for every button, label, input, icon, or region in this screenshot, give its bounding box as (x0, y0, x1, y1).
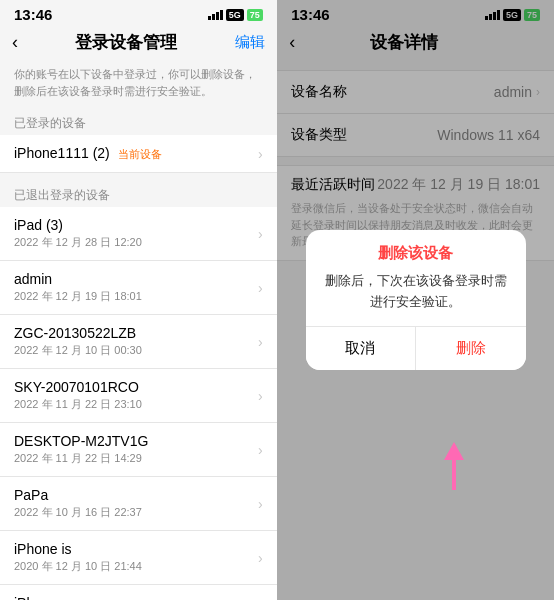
5g-badge-left: 5G (226, 9, 244, 21)
arrow-up-icon (444, 442, 464, 460)
list-item[interactable]: iPhone is 2020 年 12 月 10 日 21:44 › (0, 531, 277, 585)
chevron-icon: › (258, 280, 263, 296)
current-badge: 当前设备 (118, 148, 162, 160)
chevron-icon: › (258, 550, 263, 566)
list-item[interactable]: ZGC-20130522LZB 2022 年 12 月 10 日 00:30 › (0, 315, 277, 369)
arrow-shaft (452, 460, 456, 490)
device-date: 2022 年 12 月 19 日 18:01 (14, 289, 258, 304)
device-date: 2022 年 11 月 22 日 14:29 (14, 451, 258, 466)
device-name: iPhone (14, 595, 258, 600)
device-date: 2022 年 10 月 16 日 22:37 (14, 505, 258, 520)
edit-button[interactable]: 编辑 (235, 33, 265, 52)
logged-in-header: 已登录的设备 (0, 109, 277, 135)
dialog-buttons: 取消 删除 (306, 326, 526, 370)
device-name: iPhone is (14, 541, 258, 557)
device-info: iPad (3) 2022 年 12 月 28 日 12:20 (14, 217, 258, 250)
dialog-title: 删除该设备 (306, 230, 526, 271)
description-text: 你的账号在以下设备中登录过，你可以删除设备，删除后在该设备登录时需进行安全验证。 (0, 62, 277, 109)
arrow-indicator (444, 442, 464, 490)
delete-dialog: 删除该设备 删除后，下次在该设备登录时需进行安全验证。 取消 删除 (306, 230, 526, 371)
device-name: SKY-20070101RCO (14, 379, 258, 395)
back-button-left[interactable]: ‹ (12, 32, 18, 53)
device-info: iPhone 2020 年 7 月 7 日 22:59 (14, 595, 258, 600)
device-date: 2022 年 12 月 28 日 12:20 (14, 235, 258, 250)
dialog-body: 删除后，下次在该设备登录时需进行安全验证。 (306, 271, 526, 327)
status-icons-left: 5G 75 (208, 9, 263, 21)
device-name: admin (14, 271, 258, 287)
list-item[interactable]: DESKTOP-M2JTV1G 2022 年 11 月 22 日 14:29 › (0, 423, 277, 477)
chevron-icon: › (258, 334, 263, 350)
device-name: iPad (3) (14, 217, 258, 233)
list-item[interactable]: iPhone 2020 年 7 月 7 日 22:59 › (0, 585, 277, 600)
delete-button[interactable]: 删除 (416, 327, 526, 370)
device-date: 2022 年 12 月 10 日 00:30 (14, 343, 258, 358)
device-info: iPhone1111 (2) 当前设备 (14, 145, 258, 162)
chevron-icon: › (258, 388, 263, 404)
device-name: ZGC-20130522LZB (14, 325, 258, 341)
cancel-button[interactable]: 取消 (306, 327, 417, 370)
battery-badge-left: 75 (247, 9, 263, 21)
device-info: ZGC-20130522LZB 2022 年 12 月 10 日 00:30 (14, 325, 258, 358)
list-item[interactable]: iPad (3) 2022 年 12 月 28 日 12:20 › (0, 207, 277, 261)
device-info: PaPa 2022 年 10 月 16 日 22:37 (14, 487, 258, 520)
right-panel: 13:46 5G 75 ‹ 设备详情 设备名称 admin › 设备类型 (277, 0, 554, 600)
device-info: SKY-20070101RCO 2022 年 11 月 22 日 23:10 (14, 379, 258, 412)
list-item[interactable]: admin 2022 年 12 月 19 日 18:01 › (0, 261, 277, 315)
signal-bars-left (208, 10, 223, 20)
time-left: 13:46 (14, 6, 52, 23)
logged-out-header: 已退出登录的设备 (0, 181, 277, 207)
chevron-icon: › (258, 442, 263, 458)
chevron-icon: › (258, 496, 263, 512)
left-panel: 13:46 5G 75 ‹ 登录设备管理 编辑 你的账号在以下设备中登录过，你可… (0, 0, 277, 600)
device-info: DESKTOP-M2JTV1G 2022 年 11 月 22 日 14:29 (14, 433, 258, 466)
page-title-left: 登录设备管理 (75, 31, 177, 54)
device-name: PaPa (14, 487, 258, 503)
list-item[interactable]: iPhone1111 (2) 当前设备 › (0, 135, 277, 173)
chevron-icon: › (258, 226, 263, 242)
chevron-icon: › (258, 146, 263, 162)
nav-bar-left: ‹ 登录设备管理 编辑 (0, 27, 277, 62)
dialog-overlay: 删除该设备 删除后，下次在该设备登录时需进行安全验证。 取消 删除 (277, 0, 554, 600)
device-info: admin 2022 年 12 月 19 日 18:01 (14, 271, 258, 304)
device-name: DESKTOP-M2JTV1G (14, 433, 258, 449)
list-item[interactable]: PaPa 2022 年 10 月 16 日 22:37 › (0, 477, 277, 531)
device-name: iPhone1111 (2) 当前设备 (14, 145, 258, 162)
list-item[interactable]: SKY-20070101RCO 2022 年 11 月 22 日 23:10 › (0, 369, 277, 423)
status-bar-left: 13:46 5G 75 (0, 0, 277, 27)
device-date: 2022 年 11 月 22 日 23:10 (14, 397, 258, 412)
device-list: 已登录的设备 iPhone1111 (2) 当前设备 › 已退出登录的设备 iP… (0, 109, 277, 600)
device-date: 2020 年 12 月 10 日 21:44 (14, 559, 258, 574)
device-info: iPhone is 2020 年 12 月 10 日 21:44 (14, 541, 258, 574)
